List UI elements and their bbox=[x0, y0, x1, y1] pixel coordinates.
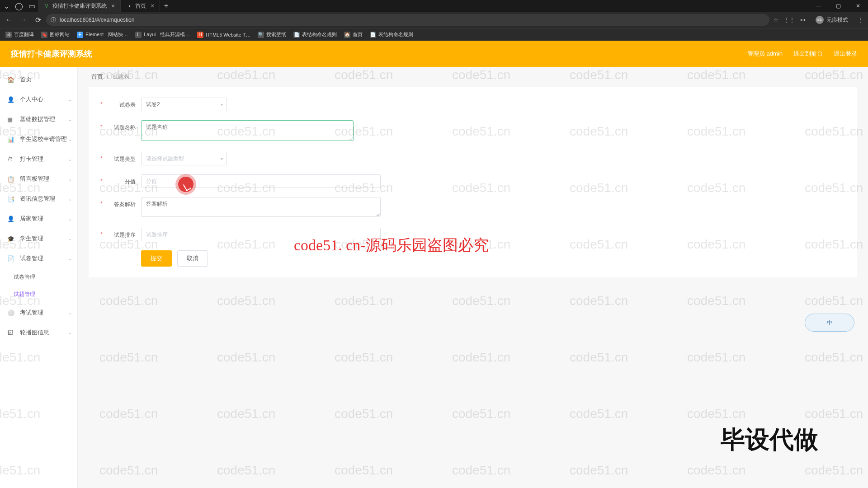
menu-icon[interactable]: ⋮ bbox=[856, 15, 865, 24]
sidebar-item-exammgr[interactable]: ⚪考试管理⌄ bbox=[0, 303, 77, 323]
tab-title: 疫情打卡健康评测系统 bbox=[52, 2, 107, 10]
bookmark-icon: 🏠 bbox=[344, 32, 350, 38]
clock-icon: ⏱ bbox=[7, 156, 15, 163]
logout-button[interactable]: 退出登录 bbox=[834, 50, 857, 58]
close-icon[interactable]: × bbox=[151, 2, 154, 9]
chevron-down-icon: ▾ bbox=[221, 102, 223, 107]
minimize-icon[interactable]: — bbox=[808, 0, 828, 12]
label-type: 试题类型 bbox=[101, 152, 136, 163]
chevron-down-icon: ⌄ bbox=[68, 216, 72, 221]
bookmark-item[interactable]: 🏠首页 bbox=[342, 30, 364, 39]
incognito-icon: 🕶 bbox=[816, 16, 824, 24]
app-header: 疫情打卡健康评测系统 管理员 admin 退出到前台 退出登录 bbox=[0, 41, 868, 67]
image-icon: 🖼 bbox=[7, 329, 15, 336]
bookmark-icon: H bbox=[197, 32, 203, 38]
admin-label[interactable]: 管理员 admin bbox=[747, 50, 783, 58]
tab-title: 首页 bbox=[135, 2, 146, 10]
bookmark-icon: 📄 bbox=[370, 32, 376, 38]
bookmark-item[interactable]: 📄表结构命名规则 bbox=[368, 30, 415, 39]
url-input[interactable]: ⓘ localhost:8081/#/examquestion bbox=[46, 14, 769, 26]
ime-indicator[interactable]: 中 bbox=[805, 314, 854, 332]
bookmark-item[interactable]: 🔖图标网站 bbox=[39, 30, 71, 39]
sidebar-sub-question[interactable]: 试题管理 bbox=[0, 286, 77, 303]
star-icon[interactable]: ☆ bbox=[771, 15, 780, 24]
close-icon[interactable]: × bbox=[111, 2, 115, 9]
bookmark-icon: E bbox=[77, 32, 83, 38]
reload-icon[interactable]: ⟳ bbox=[32, 14, 44, 26]
sidebar-item-return[interactable]: 📊学生返校申请管理⌄ bbox=[0, 129, 77, 149]
bookmark-icon: 🔖 bbox=[41, 32, 47, 38]
ime-label: 中 bbox=[827, 319, 832, 327]
incognito-indicator[interactable]: 🕶 无痕模式 bbox=[812, 16, 852, 24]
breadcrumb: 首页 / 试题表 bbox=[78, 67, 868, 87]
tab-search-icon[interactable]: ◯ bbox=[13, 0, 25, 12]
sidebar-item-homestay[interactable]: 👤居家管理⌄ bbox=[0, 209, 77, 229]
sidebar-item-basedata[interactable]: ▦基础数据管理⌄ bbox=[0, 109, 77, 129]
browser-titlebar: ⌄ ◯ ▭ V 疫情打卡健康评测系统 × • 首页 × + — ▢ ✕ bbox=[0, 0, 868, 12]
doc-icon: 📑 bbox=[7, 196, 15, 202]
sidebar-item-checkin[interactable]: ⏱打卡管理⌄ bbox=[0, 149, 77, 169]
bookmark-item[interactable]: EElement - 网站快… bbox=[75, 30, 130, 39]
bookmark-item[interactable]: 🔍搜索壁纸 bbox=[256, 30, 288, 39]
grid-icon: ▦ bbox=[7, 116, 15, 123]
sidebar-sub-paper[interactable]: 试卷管理 bbox=[0, 268, 77, 286]
breadcrumb-current: 试题表 bbox=[112, 73, 130, 81]
favicon-icon: • bbox=[126, 3, 132, 9]
bookmark-icon: 📄 bbox=[293, 32, 300, 38]
sidebar-item-profile[interactable]: 👤个人中心⌄ bbox=[0, 89, 77, 109]
sidebar-item-carousel[interactable]: 🖼轮播图信息⌄ bbox=[0, 323, 77, 343]
select-type[interactable]: 请选择试题类型 ▾ bbox=[141, 152, 227, 165]
student-icon: 🎓 bbox=[7, 235, 15, 242]
input-order[interactable] bbox=[141, 228, 381, 241]
bookmark-item[interactable]: HHTML5 Website T… bbox=[195, 31, 252, 39]
back-icon[interactable]: ← bbox=[3, 14, 15, 26]
label-analysis: 答案解析 bbox=[101, 197, 136, 208]
chevron-down-icon: ⌄ bbox=[68, 117, 72, 122]
home-icon: 🏠 bbox=[7, 76, 15, 83]
sidebar-item-home[interactable]: 🏠首页 bbox=[0, 70, 77, 89]
label-name: 试题名称 bbox=[101, 120, 136, 131]
breadcrumb-home[interactable]: 首页 bbox=[91, 73, 103, 81]
chevron-down-icon: ⌄ bbox=[68, 236, 72, 241]
textarea-analysis[interactable] bbox=[141, 197, 381, 217]
bookmarks-bar: 译百度翻译 🔖图标网站 EElement - 网站快… LLayui - 经典开… bbox=[0, 28, 868, 41]
bookmark-icon: 🔍 bbox=[258, 32, 264, 38]
tab-overview-icon[interactable]: ▭ bbox=[25, 0, 38, 12]
browser-tab[interactable]: • 首页 × bbox=[121, 0, 160, 12]
new-tab-button[interactable]: + bbox=[160, 2, 172, 10]
key-icon[interactable]: ⊶ bbox=[798, 15, 807, 24]
select-paper[interactable]: 试卷2 ▾ bbox=[141, 98, 227, 111]
maximize-icon[interactable]: ▢ bbox=[828, 0, 848, 12]
label-paper: 试卷表 bbox=[101, 98, 136, 109]
submit-button[interactable]: 提交 bbox=[141, 250, 172, 267]
select-paper-value: 试卷2 bbox=[146, 101, 160, 108]
forward-icon: → bbox=[17, 14, 30, 26]
chevron-down-icon: ⌄ bbox=[68, 330, 72, 335]
input-score[interactable] bbox=[141, 174, 381, 188]
extensions-icon[interactable]: ⋮⋮ bbox=[785, 15, 794, 24]
cancel-button[interactable]: 取消 bbox=[177, 250, 208, 267]
bookmark-item[interactable]: 译百度翻译 bbox=[4, 30, 36, 39]
sidebar-item-news[interactable]: 📑资讯信息管理⌄ bbox=[0, 189, 77, 209]
user-icon: 👤 bbox=[7, 96, 15, 103]
list-icon: 📋 bbox=[7, 176, 15, 183]
bookmark-icon: L bbox=[135, 32, 142, 38]
sidebar-item-msgboard[interactable]: 📋留言板管理⌄ bbox=[0, 169, 77, 189]
close-window-icon[interactable]: ✕ bbox=[848, 0, 868, 12]
bookmark-item[interactable]: 📄表结构命名规则 bbox=[292, 30, 339, 39]
url-text: localhost:8081/#/examquestion bbox=[60, 17, 134, 23]
sidebar-item-student[interactable]: 🎓学生管理⌄ bbox=[0, 229, 77, 249]
chart-icon: 📊 bbox=[7, 136, 15, 143]
label-score: 分值 bbox=[101, 174, 136, 186]
bookmark-item[interactable]: LLayui - 经典开源模… bbox=[133, 30, 192, 39]
history-dropdown-icon[interactable]: ⌄ bbox=[0, 0, 13, 12]
textarea-name[interactable] bbox=[141, 120, 354, 141]
chevron-down-icon: ⌄ bbox=[68, 137, 72, 142]
sidebar-item-exam[interactable]: 📄试卷管理⌄ bbox=[0, 249, 77, 268]
address-bar: ← → ⟳ ⓘ localhost:8081/#/examquestion ☆ … bbox=[0, 12, 868, 28]
site-info-icon[interactable]: ⓘ bbox=[51, 16, 56, 24]
chevron-down-icon: ⌄ bbox=[68, 157, 72, 162]
browser-tab[interactable]: V 疫情打卡健康评测系统 × bbox=[38, 0, 121, 12]
back-frontend-button[interactable]: 退出到前台 bbox=[793, 50, 823, 58]
paper-icon: 📄 bbox=[7, 255, 15, 262]
